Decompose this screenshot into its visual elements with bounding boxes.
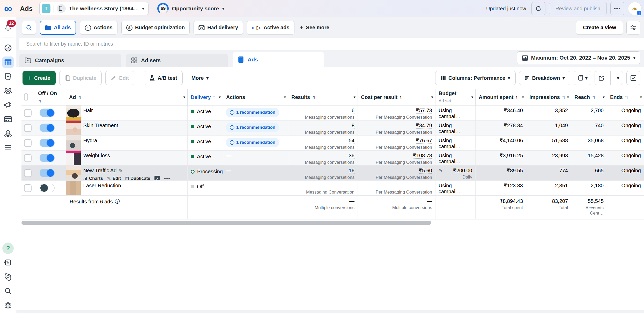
ad-thumbnail[interactable] [66,181,81,195]
account-selector[interactable]: T The wellness Story (1864… ▾ [39,2,149,15]
charts-panel-button[interactable] [626,71,640,85]
header-results[interactable]: Results↑↓ ▾ [288,89,358,105]
ad-thumbnail[interactable] [66,151,81,165]
search-tools-button[interactable] [2,285,14,297]
row-checkbox[interactable] [24,154,32,162]
header-off-on[interactable]: Off / On↑↓ [35,89,66,105]
ad-name-link[interactable]: Weight loss [83,153,110,159]
refresh-button[interactable] [531,2,545,15]
sidebar-item-billing[interactable] [2,113,14,125]
charts-link[interactable]: Charts [83,176,103,180]
ad-toggle[interactable] [40,169,55,177]
header-ends[interactable]: Ends↑↓ ▾ [607,89,644,105]
cost-value[interactable]: ₹5.60 [419,168,432,174]
header-budget[interactable]: BudgetAd set ▾ [435,89,476,105]
ad-name-link[interactable]: Laser Reduction [83,183,121,189]
recommendation-badge[interactable]: ↑ 1 recommendation [226,108,279,117]
breakdown-button[interactable]: Breakdown ▾ [519,71,570,85]
results-value[interactable]: 36 [349,153,354,159]
duplicate-button[interactable]: Duplicate [59,71,102,85]
cost-value[interactable]: ₹76.67 [416,138,432,144]
header-ad[interactable]: Ad↑↓ ▾ [66,89,188,105]
ad-thumbnail[interactable] [66,120,81,135]
header-delivery[interactable]: Delivery↑ ▾ [188,89,223,105]
results-value[interactable]: 6 [352,108,354,113]
ad-toggle[interactable] [40,139,55,147]
columns-button[interactable]: Columns: Performance ▾ [435,71,516,85]
create-view-button[interactable]: Create a view [576,21,623,35]
header-cost-per-result[interactable]: Cost per result↑↓ ▾ [358,89,435,105]
view-settings-button[interactable] [626,21,640,35]
filter-chip-had-delivery[interactable]: Had delivery [194,21,243,35]
sidebar-item-events-manager[interactable] [2,128,14,139]
ad-toggle-off[interactable] [40,184,55,192]
row-checkbox[interactable] [24,124,32,132]
recommendation-badge[interactable]: ↑ 1 recommendation [226,123,279,132]
help-button[interactable]: ? [2,243,14,254]
horizontal-scrollbar[interactable] [21,221,431,225]
open-in-new-icon[interactable]: ↗ [154,176,160,180]
row-checkbox[interactable] [24,139,32,147]
edit-link[interactable]: ✎ Edit [107,176,121,180]
results-value[interactable]: 8 [352,123,354,129]
create-button[interactable]: + Create [23,71,56,85]
ad-toggle[interactable] [40,124,55,132]
search-filter-button[interactable] [22,21,36,35]
recommendation-badge[interactable]: ↑ 1 recommendation [226,138,279,147]
header-impressions[interactable]: Impressions↑↓ ▾ [526,89,571,105]
filter-chip-all-ads[interactable]: All ads [40,21,76,35]
select-all-checkbox[interactable] [24,93,28,101]
tab-campaigns[interactable]: Campaigns [19,54,121,67]
ad-name-link[interactable]: Hydra [83,138,97,144]
rename-pencil-icon[interactable]: ✎ [119,168,123,174]
filter-chip-actions[interactable]: ↑ Actions [80,21,117,35]
sidebar-item-audiences[interactable] [2,85,14,96]
filter-chip-active-ads[interactable]: ● ▷ Active ads [247,21,294,35]
see-more-filters-button[interactable]: + See more [300,24,329,31]
tab-ad-sets[interactable]: Ad sets [126,54,228,67]
opportunity-score[interactable]: 69 Opportunity score ▾ [157,3,224,14]
export-button[interactable]: ▾ [595,71,623,85]
row-checkbox[interactable] [24,169,32,177]
sidebar-item-ads-manager[interactable] [2,56,14,68]
cost-value[interactable]: ₹108.78 [413,153,432,159]
ab-test-button[interactable]: A/B test [144,71,183,85]
results-value[interactable]: 16 [349,168,354,174]
ad-toggle[interactable] [40,109,55,117]
ad-name-link[interactable]: Hair [83,108,93,113]
more-button[interactable]: More ▾ [186,71,214,85]
avatar[interactable]: ❧ f [628,2,641,15]
header-actions[interactable]: Actions ▾ [223,89,288,105]
info-icon[interactable]: ⓘ [115,198,120,205]
date-range-selector[interactable]: Maximum: Oct 20, 2022 – Nov 20, 2025 ▾ [517,51,640,64]
whats-new-button[interactable] [2,257,14,268]
duplicate-link[interactable]: Duplicate [125,176,150,180]
ad-toggle[interactable] [40,154,55,162]
report-bug-button[interactable] [2,300,14,311]
tab-ads[interactable]: Ads [233,52,324,67]
ad-thumbnail[interactable] [66,136,81,150]
sidebar-item-account-overview[interactable] [2,42,14,54]
cost-value[interactable]: ₹57.73 [416,108,432,113]
cost-value[interactable]: ₹34.79 [416,123,432,129]
row-more-options[interactable]: ••• [164,176,171,180]
ad-thumbnail[interactable] [66,166,81,180]
sidebar-item-advertise[interactable] [2,99,14,111]
settings-button[interactable] [2,271,14,282]
row-checkbox[interactable] [24,109,32,117]
filter-chip-budget-optimization[interactable]: $ Budget optimization [121,21,190,35]
header-amount-spent[interactable]: Amount spent↑↓ ▾ [476,89,526,105]
review-publish-button[interactable]: Review and publish [549,2,607,15]
header-reach[interactable]: Reach↑↓ ▾ [571,89,607,105]
ad-thumbnail[interactable] [66,105,81,120]
edit-button[interactable]: Edit [105,71,134,85]
notifications-button[interactable]: 12 [2,22,14,33]
edit-budget-pencil-icon[interactable]: ✎ [439,168,442,180]
sidebar-item-all-tools[interactable] [2,142,14,153]
reports-button[interactable]: ▾ [574,71,591,85]
row-checkbox[interactable] [24,184,32,192]
results-value[interactable]: 54 [349,138,354,144]
ad-name-link[interactable]: New Traffic Ad [83,168,117,174]
search-input[interactable] [19,41,644,47]
more-options-button[interactable]: ••• [610,2,624,15]
